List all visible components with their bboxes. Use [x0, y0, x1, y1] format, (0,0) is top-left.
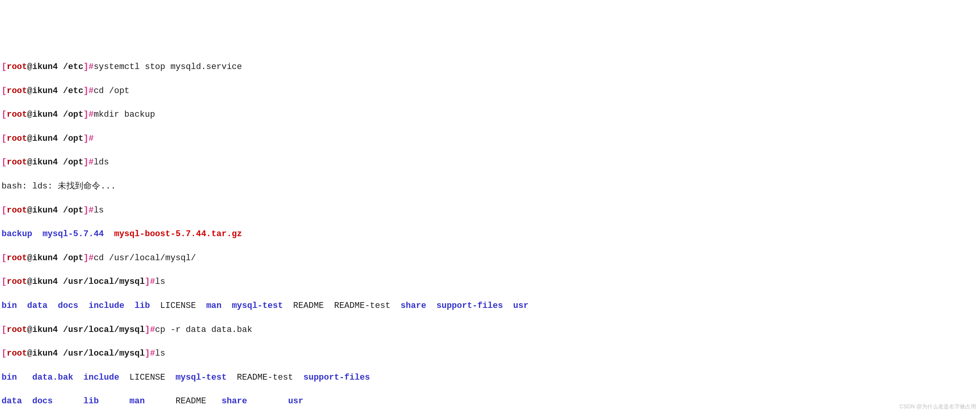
command: systemctl stop mysqld.service [94, 62, 242, 72]
command: ls [155, 349, 165, 358]
line-5: [root@ikun4 /opt]#lds [2, 157, 978, 169]
prompt-user: root [7, 62, 27, 72]
command: mkdir backup [94, 110, 155, 119]
line-1: [root@ikun4 /etc]#systemctl stop mysqld.… [2, 61, 978, 73]
ls-output-2: bin data docs include lib LICENSE man my… [2, 300, 978, 312]
prompt-path: /etc [63, 62, 83, 72]
line-7: [root@ikun4 /opt]#ls [2, 205, 978, 217]
watermark: CSDN @为什么老是名字被占用 [899, 403, 976, 411]
command: cp -r data data.bak [155, 325, 252, 335]
prompt-close: ] [83, 62, 88, 72]
ls-output-3-row1: bin data.bak include LICENSE mysql-test … [2, 372, 978, 384]
dir-item: backup [2, 229, 32, 239]
ls-output-3-row2: data docs lib man README share usr [2, 396, 978, 408]
line-13: [root@ikun4 /usr/local/mysql]#ls [2, 348, 978, 360]
prompt-at: @ [27, 62, 32, 72]
command: cd /usr/local/mysql/ [94, 253, 196, 263]
line-4: [root@ikun4 /opt]# [2, 133, 978, 145]
line-12: [root@ikun4 /usr/local/mysql]#cp -r data… [2, 324, 978, 336]
line-2: [root@ikun4 /etc]#cd /opt [2, 85, 978, 97]
prompt-hash: # [88, 62, 93, 72]
line-10: [root@ikun4 /usr/local/mysql]#ls [2, 276, 978, 288]
error-output: bash: lds: 未找到命令... [2, 181, 978, 193]
command: ls [155, 277, 165, 287]
prompt-open: [ [2, 62, 7, 72]
line-9: [root@ikun4 /opt]#cd /usr/local/mysql/ [2, 252, 978, 264]
command: cd /opt [94, 86, 129, 96]
line-3: [root@ikun4 /opt]#mkdir backup [2, 109, 978, 121]
dir-item: mysql-5.7.44 [43, 229, 104, 239]
command: lds [94, 157, 109, 167]
command: ls [94, 206, 104, 215]
ls-output-1: backup mysql-5.7.44 mysql-boost-5.7.44.t… [2, 228, 978, 240]
prompt-host: ikun4 [32, 62, 63, 72]
archive-item: mysql-boost-5.7.44.tar.gz [114, 229, 242, 239]
terminal-output: [root@ikun4 /etc]#systemctl stop mysqld.… [0, 48, 980, 413]
